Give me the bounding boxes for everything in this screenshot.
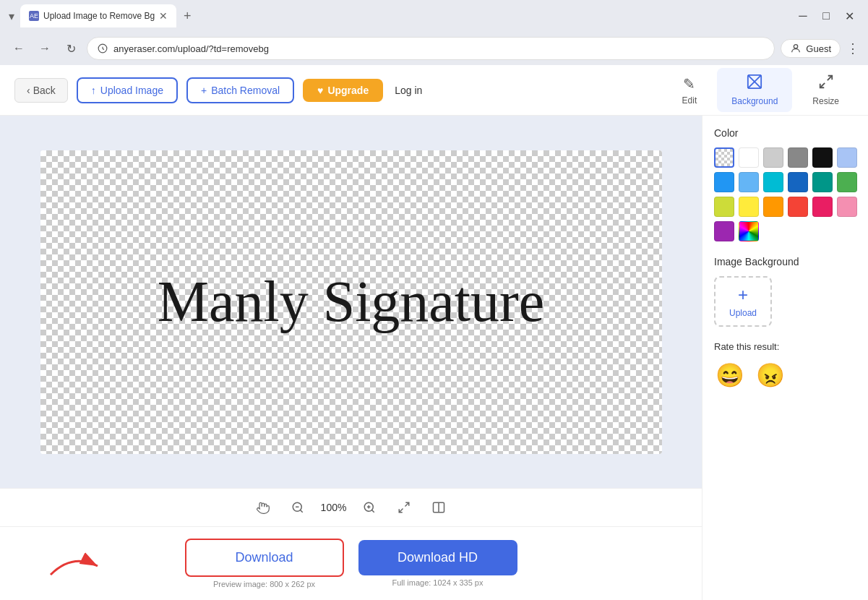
batch-label: Batch Removal: [211, 85, 280, 96]
download-hd-button[interactable]: Download HD: [358, 540, 517, 575]
close-button[interactable]: ✕: [839, 6, 859, 26]
new-tab-button[interactable]: +: [179, 9, 196, 24]
svg-line-15: [400, 509, 403, 513]
rate-section: Rate this result: 😄 😠: [714, 341, 856, 391]
cyan-swatch[interactable]: [763, 172, 783, 192]
orange-swatch[interactable]: [763, 197, 783, 217]
svg-line-6: [820, 83, 824, 87]
login-label: Log in: [395, 85, 422, 96]
minimize-button[interactable]: ─: [793, 6, 813, 26]
edit-icon: ✎: [683, 75, 695, 93]
pink-swatch[interactable]: [812, 197, 833, 217]
svg-line-11: [372, 510, 374, 512]
guest-button[interactable]: Guest: [781, 39, 841, 58]
tab-title: Upload Image to Remove Bg: [43, 11, 155, 21]
download-button[interactable]: Download: [185, 539, 344, 577]
maximize-button[interactable]: □: [816, 6, 836, 26]
image-bg-section: Image Background + Upload: [714, 256, 856, 327]
window-controls: ─ □ ✕: [793, 6, 859, 26]
background-tab-label: Background: [731, 96, 778, 106]
red-swatch[interactable]: [788, 197, 808, 217]
download-bar: Download Preview image: 800 x 262 px Dow…: [0, 526, 702, 600]
download-arrow: [43, 546, 108, 582]
color-section: Color: [714, 127, 856, 241]
image-canvas: Manly Signature: [40, 150, 662, 454]
zoom-out-button[interactable]: [286, 496, 309, 519]
happy-emoji-button[interactable]: 😄: [714, 359, 746, 391]
image-bg-upload-button[interactable]: + Upload: [714, 276, 772, 327]
tab-favicon: AE: [29, 11, 39, 21]
image-upload-label: Upload: [729, 308, 757, 318]
upload-icon: ↑: [91, 85, 96, 96]
back-button[interactable]: ‹ Back: [14, 78, 68, 103]
download-label: Download: [235, 550, 293, 565]
fullscreen-button[interactable]: [392, 496, 416, 519]
upgrade-label: Upgrade: [327, 85, 369, 96]
upload-plus-icon: +: [738, 285, 748, 305]
upload-image-button[interactable]: ↑ Upload Image: [77, 77, 178, 103]
transparent-swatch[interactable]: [714, 147, 734, 168]
lightgray-swatch[interactable]: [763, 147, 783, 168]
browser-chrome: ▾ AE Upload Image to Remove Bg ✕ + ─ □ ✕…: [0, 0, 868, 65]
svg-line-5: [827, 76, 831, 80]
batch-removal-button[interactable]: + Batch Removal: [186, 77, 294, 103]
url-text: anyeraser.com/upload/?td=removebg: [113, 43, 764, 54]
svg-line-14: [405, 502, 409, 506]
black-swatch[interactable]: [812, 147, 833, 168]
background-tab[interactable]: Background: [717, 68, 792, 112]
teal-swatch[interactable]: [812, 172, 833, 192]
browser-more-button[interactable]: ⋮: [846, 40, 859, 56]
canvas-container: Manly Signature: [0, 116, 702, 488]
download-hd-button-group: Download HD Full image: 1024 x 335 px: [358, 540, 517, 587]
split-view-button[interactable]: [427, 496, 450, 519]
back-nav-button[interactable]: ←: [9, 38, 29, 59]
yellow-swatch[interactable]: [739, 197, 759, 217]
tab-list-button[interactable]: ▾: [9, 9, 14, 23]
color-grid: [714, 147, 856, 241]
gray-swatch[interactable]: [788, 147, 808, 168]
url-bar[interactable]: anyeraser.com/upload/?td=removebg: [87, 37, 775, 60]
guest-label: Guest: [806, 43, 831, 54]
forward-nav-button[interactable]: →: [35, 38, 55, 59]
gradient-swatch[interactable]: [739, 221, 759, 241]
color-label: Color: [714, 127, 856, 139]
zoom-in-button[interactable]: [358, 496, 381, 519]
active-tab[interactable]: AE Upload Image to Remove Bg ✕: [20, 4, 176, 27]
lime-swatch[interactable]: [714, 197, 734, 217]
lightpink-swatch[interactable]: [837, 197, 857, 217]
darkblue-swatch[interactable]: [788, 172, 808, 192]
rate-label: Rate this result:: [714, 341, 856, 352]
resize-tab[interactable]: Resize: [798, 68, 854, 112]
upgrade-button[interactable]: ♥ Upgrade: [303, 79, 383, 102]
edit-tab[interactable]: ✎ Edit: [668, 69, 712, 111]
blue-swatch[interactable]: [714, 172, 734, 192]
svg-point-1: [794, 45, 798, 48]
zoom-level: 100%: [321, 502, 347, 513]
pan-tool-button[interactable]: [252, 496, 275, 519]
signature-text: Manly Signature: [158, 269, 544, 335]
skyblue-swatch[interactable]: [739, 172, 759, 192]
edit-tab-label: Edit: [682, 95, 697, 106]
white-swatch[interactable]: [739, 147, 759, 168]
reload-button[interactable]: ↻: [61, 38, 81, 59]
purple-swatch[interactable]: [714, 221, 734, 241]
right-panel: Color: [702, 116, 868, 600]
resize-tab-label: Resize: [812, 96, 839, 106]
plus-icon: +: [201, 85, 207, 96]
back-chevron-icon: ‹: [27, 85, 30, 96]
angry-emoji-button[interactable]: 😠: [755, 359, 786, 391]
happy-emoji: 😄: [716, 362, 744, 388]
full-info: Full image: 1024 x 335 px: [392, 578, 484, 587]
angry-emoji: 😠: [756, 362, 785, 388]
background-icon: [747, 74, 762, 93]
svg-line-8: [300, 510, 302, 512]
green-swatch[interactable]: [837, 172, 857, 192]
login-button[interactable]: Log in: [395, 85, 422, 96]
download-button-group: Download Preview image: 800 x 262 px: [185, 539, 344, 588]
tab-close-button[interactable]: ✕: [159, 10, 168, 22]
lightblue-swatch[interactable]: [837, 147, 857, 168]
resize-icon: [818, 74, 834, 93]
image-bg-label: Image Background: [714, 256, 856, 267]
heart-icon: ♥: [317, 85, 323, 96]
address-bar: ← → ↻ anyeraser.com/upload/?td=removebg …: [0, 32, 868, 65]
